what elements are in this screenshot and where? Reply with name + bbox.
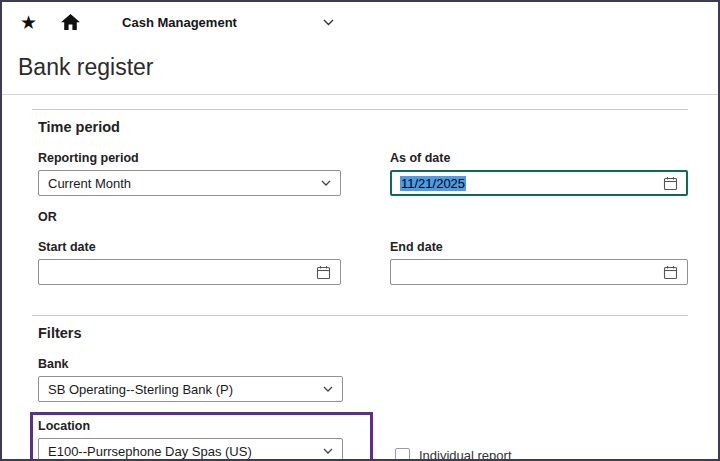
as-of-date-value: 11/21/2025: [400, 176, 466, 191]
location-select[interactable]: E100--Purrsephone Day Spas (US): [38, 438, 343, 461]
page-title: Bank register: [2, 42, 718, 82]
filters-divider: [32, 315, 688, 316]
location-label: Location: [38, 419, 344, 433]
chevron-down-icon: [323, 386, 333, 392]
location-value: E100--Purrsephone Day Spas (US): [48, 444, 252, 459]
topbar: ★ Cash Management: [2, 2, 718, 42]
reporting-period-label: Reporting period: [38, 151, 341, 165]
time-period-divider: [32, 109, 688, 110]
location-highlight-box: Location E100--Purrsephone Day Spas (US): [30, 412, 373, 461]
calendar-icon[interactable]: [663, 176, 678, 191]
individual-report-checkbox[interactable]: [395, 448, 410, 461]
time-period-row-2: Start date End date: [38, 224, 688, 285]
chevron-down-icon: [321, 180, 331, 186]
bank-register-page: ★ Cash Management Bank register Time per…: [0, 0, 720, 461]
star-icon: ★: [20, 13, 37, 32]
reporting-period-value: Current Month: [48, 176, 131, 191]
bank-label: Bank: [38, 357, 343, 371]
individual-report-option: Individual report: [395, 448, 512, 461]
start-date-input[interactable]: [38, 259, 341, 285]
app-menu[interactable]: Cash Management: [122, 15, 334, 30]
as-of-date-label: As of date: [390, 151, 688, 165]
app-menu-label: Cash Management: [122, 15, 237, 30]
chevron-down-icon: [323, 448, 333, 454]
bank-select[interactable]: SB Operating--Sterling Bank (P): [38, 376, 343, 402]
end-date-label: End date: [390, 240, 688, 254]
as-of-date-field: As of date 11/21/2025: [390, 151, 688, 196]
content: Time period Reporting period Current Mon…: [2, 95, 718, 461]
calendar-icon[interactable]: [316, 265, 331, 280]
individual-report-label: Individual report: [419, 448, 512, 461]
home-button[interactable]: [61, 14, 80, 30]
location-field: Location E100--Purrsephone Day Spas (US): [38, 419, 344, 461]
favorites-star-button[interactable]: ★: [20, 13, 37, 32]
bank-field: Bank SB Operating--Sterling Bank (P): [38, 357, 343, 402]
chevron-down-icon: [323, 19, 334, 26]
end-date-field: End date: [390, 240, 688, 285]
filters-row-2: Location E100--Purrsephone Day Spas (US)…: [38, 412, 688, 461]
end-date-input[interactable]: [390, 259, 688, 285]
home-icon: [61, 14, 80, 30]
start-date-field: Start date: [38, 240, 341, 285]
as-of-date-input[interactable]: 11/21/2025: [390, 170, 688, 196]
section-heading-time-period: Time period: [38, 119, 688, 135]
reporting-period-field: Reporting period Current Month: [38, 151, 341, 196]
bank-value: SB Operating--Sterling Bank (P): [48, 382, 233, 397]
time-period-row-1: Reporting period Current Month As of dat…: [38, 135, 688, 196]
calendar-icon[interactable]: [663, 265, 678, 280]
section-heading-filters: Filters: [38, 325, 688, 341]
or-label: OR: [38, 210, 688, 224]
reporting-period-select[interactable]: Current Month: [38, 170, 341, 196]
start-date-label: Start date: [38, 240, 341, 254]
